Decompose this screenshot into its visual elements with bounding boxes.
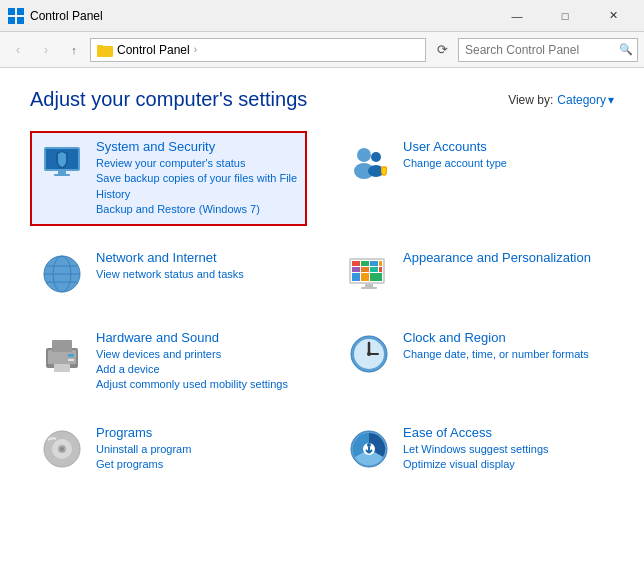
svg-rect-10: [54, 174, 70, 176]
title-bar-left: Control Panel: [8, 8, 103, 24]
category-clock[interactable]: Clock and Region Change date, time, or n…: [337, 322, 614, 401]
category-hardware[interactable]: Hardware and Sound View devices and prin…: [30, 322, 307, 401]
view-by-control: View by: Category ▾: [508, 93, 614, 107]
svg-rect-23: [361, 261, 369, 266]
maximize-button[interactable]: □: [542, 0, 588, 32]
category-network[interactable]: Network and Internet View network status…: [30, 242, 307, 306]
category-system-security[interactable]: System and Security Review your computer…: [30, 131, 307, 226]
svg-point-13: [371, 152, 381, 162]
hardware-text: Hardware and Sound View devices and prin…: [96, 330, 299, 393]
programs-link-1[interactable]: Uninstall a program: [96, 442, 299, 457]
system-security-text: System and Security Review your computer…: [96, 139, 299, 218]
window-title: Control Panel: [30, 9, 103, 23]
hardware-link-2[interactable]: Add a device: [96, 362, 299, 377]
svg-rect-40: [68, 359, 74, 361]
svg-rect-24: [370, 261, 378, 266]
user-accounts-text: User Accounts Change account type: [403, 139, 606, 171]
ease-link-1[interactable]: Let Windows suggest settings: [403, 442, 606, 457]
category-appearance[interactable]: Appearance and Personalization: [337, 242, 614, 306]
page-title: Adjust your computer's settings: [30, 88, 307, 111]
clock-link-1[interactable]: Change date, time, or number formats: [403, 347, 606, 362]
categories-grid: System and Security Review your computer…: [30, 131, 614, 481]
user-accounts-icon: [345, 139, 393, 187]
back-button[interactable]: ‹: [6, 38, 30, 62]
svg-point-11: [357, 148, 371, 162]
appearance-title[interactable]: Appearance and Personalization: [403, 250, 606, 265]
close-button[interactable]: ✕: [590, 0, 636, 32]
svg-rect-29: [379, 267, 382, 272]
hardware-title[interactable]: Hardware and Sound: [96, 330, 299, 345]
clock-title[interactable]: Clock and Region: [403, 330, 606, 345]
svg-rect-25: [379, 261, 382, 266]
programs-title[interactable]: Programs: [96, 425, 299, 440]
viewby-dropdown[interactable]: Category ▾: [557, 93, 614, 107]
svg-point-49: [60, 447, 64, 451]
viewby-label: View by:: [508, 93, 553, 107]
ease-of-access-icon: [345, 425, 393, 473]
svg-rect-38: [54, 364, 70, 372]
viewby-chevron: ▾: [608, 93, 614, 107]
minimize-button[interactable]: —: [494, 0, 540, 32]
svg-rect-22: [352, 261, 360, 266]
clock-text: Clock and Region Change date, time, or n…: [403, 330, 606, 362]
system-security-link-2[interactable]: Save backup copies of your files with Fi…: [96, 171, 299, 202]
ease-text: Ease of Access Let Windows suggest setti…: [403, 425, 606, 473]
svg-point-52: [367, 443, 371, 447]
address-path[interactable]: Control Panel ›: [90, 38, 426, 62]
hardware-icon: [38, 330, 86, 378]
svg-rect-31: [361, 273, 369, 281]
ease-title[interactable]: Ease of Access: [403, 425, 606, 440]
svg-rect-34: [361, 287, 377, 289]
svg-rect-27: [361, 267, 369, 272]
category-ease-of-access[interactable]: Ease of Access Let Windows suggest setti…: [337, 417, 614, 481]
system-security-title[interactable]: System and Security: [96, 139, 299, 154]
path-label: Control Panel: [117, 43, 190, 57]
system-security-link-1[interactable]: Review your computer's status: [96, 156, 299, 171]
svg-rect-26: [352, 267, 360, 272]
up-button[interactable]: ↑: [62, 38, 86, 62]
content-header: Adjust your computer's settings View by:…: [30, 88, 614, 111]
address-bar: ‹ › ↑ Control Panel › ⟳ 🔍: [0, 32, 644, 68]
svg-rect-28: [370, 267, 378, 272]
svg-rect-32: [370, 273, 382, 281]
category-user-accounts[interactable]: User Accounts Change account type: [337, 131, 614, 226]
category-programs[interactable]: Programs Uninstall a program Get program…: [30, 417, 307, 481]
window-controls: — □ ✕: [494, 0, 636, 32]
network-title[interactable]: Network and Internet: [96, 250, 299, 265]
ease-link-2[interactable]: Optimize visual display: [403, 457, 606, 472]
programs-icon: [38, 425, 86, 473]
system-security-link-3[interactable]: Backup and Restore (Windows 7): [96, 202, 299, 217]
network-text: Network and Internet View network status…: [96, 250, 299, 282]
search-icon: 🔍: [619, 43, 633, 56]
network-link-1[interactable]: View network status and tasks: [96, 267, 299, 282]
system-security-icon: [38, 139, 86, 187]
change-account-type-link[interactable]: Change account type: [403, 156, 606, 171]
svg-rect-1: [17, 8, 24, 15]
search-box[interactable]: 🔍: [458, 38, 638, 62]
appearance-text: Appearance and Personalization: [403, 250, 606, 267]
path-chevron: ›: [194, 44, 197, 55]
svg-rect-37: [52, 340, 72, 352]
svg-rect-0: [8, 8, 15, 15]
refresh-button[interactable]: ⟳: [430, 38, 454, 62]
hardware-link-3[interactable]: Adjust commonly used mobility settings: [96, 377, 299, 392]
user-accounts-title[interactable]: User Accounts: [403, 139, 606, 154]
svg-rect-3: [17, 17, 24, 24]
hardware-link-1[interactable]: View devices and printers: [96, 347, 299, 362]
main-content: Adjust your computer's settings View by:…: [0, 68, 644, 501]
svg-rect-6: [97, 45, 103, 48]
search-input[interactable]: [465, 43, 615, 57]
title-bar: Control Panel — □ ✕: [0, 0, 644, 32]
svg-rect-39: [68, 354, 74, 357]
viewby-value: Category: [557, 93, 606, 107]
svg-rect-30: [352, 273, 360, 281]
clock-icon: [345, 330, 393, 378]
svg-rect-2: [8, 17, 15, 24]
appearance-icon: [345, 250, 393, 298]
network-icon: [38, 250, 86, 298]
folder-icon: [97, 42, 113, 58]
programs-link-2[interactable]: Get programs: [96, 457, 299, 472]
app-icon: [8, 8, 24, 24]
forward-button[interactable]: ›: [34, 38, 58, 62]
programs-text: Programs Uninstall a program Get program…: [96, 425, 299, 473]
